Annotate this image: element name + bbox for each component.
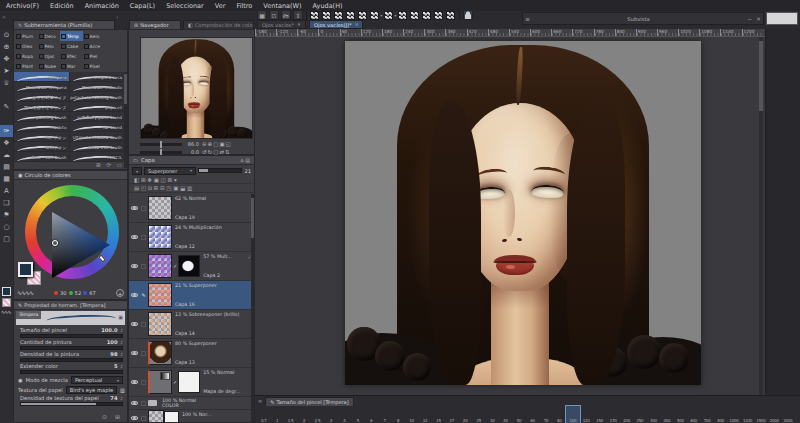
brush-preset[interactable]: Témpera (14, 72, 70, 82)
layer-row[interactable]: ✎ ✓ 100 % Nor... ⤢ (129, 410, 254, 422)
swatch-black[interactable] (434, 11, 443, 20)
visibility-eye-icon[interactable] (131, 235, 138, 239)
radio-icon[interactable]: ◉ (18, 377, 23, 383)
brush-size-option[interactable]: 120 (580, 406, 593, 423)
brush-size-option[interactable]: 700 (700, 406, 713, 423)
canvas-vertical-scrollbar[interactable] (759, 37, 763, 395)
menu-item[interactable]: Ver (215, 2, 226, 10)
layer-command-icons[interactable]: ▤ ◰ ⧉ ⊞ ⊟ ◳ ▣ ⬓ ▥ (129, 184, 254, 193)
slider-track[interactable] (20, 370, 123, 374)
layer-row[interactable]: ✎ ✓ 15 % Normal Mapa de degr... ⤢ (129, 368, 254, 397)
layer-mask-thumbnail[interactable] (164, 411, 179, 423)
brush-size-option[interactable]: 10 (405, 406, 418, 423)
brush-preset[interactable]: Mezclador témpera (14, 82, 70, 92)
brush-size-option[interactable]: 1 (270, 406, 283, 423)
layer-row[interactable]: ✎ ✓ 100 % Normal COLOR ⤢ (129, 397, 254, 410)
collapse-left2-icon[interactable]: ‹ (116, 13, 120, 20)
brush-tool-icon[interactable]: ✑ (0, 125, 13, 137)
close-tab-icon[interactable]: ✕ (297, 22, 301, 27)
layer-type-icon[interactable]: ▾ (132, 167, 142, 175)
layer-row[interactable]: ✎ ✓ 80 % Superponer Capa 13 ⤢ (129, 339, 254, 368)
layers-header-icons[interactable]: ⌂ ▤ (241, 157, 251, 163)
brush-size-option[interactable]: 6 (365, 406, 378, 423)
layer-checkbox[interactable] (141, 206, 146, 211)
spinner-icon[interactable]: ↕ (119, 352, 123, 357)
layer-checkbox[interactable] (141, 235, 146, 240)
decoration-chip[interactable] (0, 113, 13, 125)
subtool-footer-icons[interactable]: ⊞ ⟳ ▭ (96, 162, 124, 168)
sub-color-chip[interactable] (2, 298, 11, 307)
operation-tool-icon[interactable]: ▢ (0, 233, 13, 245)
brush-size-option[interactable]: 5 (351, 406, 364, 423)
move-tool-icon[interactable]: ✥ (0, 53, 13, 65)
spinner-icon[interactable]: ↕ (119, 340, 123, 345)
spinner-icon[interactable]: ↕ (119, 328, 123, 333)
pose-person-icon[interactable] (463, 10, 473, 20)
menu-item[interactable]: Ayuda(H) (313, 2, 343, 10)
brush-size-option[interactable]: 17 (445, 406, 458, 423)
figure-tool-icon[interactable]: ⚑ (0, 209, 13, 221)
swatch-muted-1[interactable] (334, 11, 343, 20)
workspace-grid-icon[interactable]: ▦ (257, 10, 267, 20)
paper-texture-select[interactable]: Bird's eye maple (66, 386, 117, 394)
navigator-thumbnail[interactable] (140, 37, 253, 139)
slider-track[interactable] (20, 346, 123, 350)
layer-checkbox[interactable] (141, 380, 146, 385)
rotate-slider[interactable] (140, 151, 182, 154)
visibility-eye-icon[interactable] (131, 293, 138, 297)
pen-tool-icon[interactable]: ✎ (0, 101, 13, 113)
brush-size-option[interactable]: 800 (714, 406, 727, 423)
sv-cursor[interactable] (52, 240, 58, 246)
visibility-eye-icon[interactable] (131, 401, 138, 405)
layer-row[interactable]: ✎ ✓ 13 % Sobreexponer (brillo) Capa 14 ⤢ (129, 310, 254, 339)
layer-mask-thumbnail[interactable] (178, 255, 200, 277)
canvas-tab[interactable]: Ojos vacíos* ✕ (257, 20, 306, 29)
brush-preset[interactable]: Dilab's oil brush (70, 142, 126, 152)
swatch-frame[interactable] (358, 11, 367, 20)
menu-item[interactable]: Archivo(F) (6, 2, 39, 10)
subtool-category[interactable]: Plum (15, 31, 38, 41)
object-select-icon[interactable]: ➤ (0, 65, 13, 77)
brush-size-option[interactable]: 8 (391, 406, 404, 423)
menu-item[interactable]: Animación (85, 2, 119, 10)
brush-preset[interactable]: Flashito (14, 122, 70, 132)
opacity-slider[interactable] (198, 168, 242, 173)
brush-size-option[interactable]: 150 (593, 406, 606, 423)
brush-preset[interactable]: 丸いブラシ (14, 132, 70, 142)
new-document-icon[interactable]: 🗋 (269, 10, 279, 20)
transparent-color-icon[interactable]: ∿∿∿ (1, 309, 11, 315)
layer-checkbox[interactable] (141, 264, 146, 269)
subtool-category[interactable]: Pelo (38, 41, 61, 51)
subtool-category[interactable]: Témp (60, 31, 83, 41)
layer-thumbnail[interactable] (148, 410, 164, 422)
slider-track[interactable] (20, 334, 123, 338)
swatch-purple[interactable] (410, 11, 419, 20)
menu-item[interactable]: Ventana(W) (263, 2, 301, 10)
brush-preset[interactable]: 混色ブラシ (14, 142, 70, 152)
layer-row[interactable]: ✎ ✓ 57 % Mult... Capa 2 ⤢ (129, 252, 254, 281)
tab-navigator[interactable]: ⊞ Navegador (129, 20, 181, 29)
transparent-color-icon[interactable]: ∿∿∿∿ (17, 289, 33, 296)
subtool-category[interactable]: Ojos (38, 51, 61, 61)
lasso-tool-icon[interactable]: ♕ (0, 77, 13, 89)
spinner-icon[interactable]: ↕ (119, 364, 123, 369)
layer-thumbnail[interactable] (148, 312, 172, 336)
layer-thumbnail[interactable] (148, 196, 172, 220)
open-folder-icon[interactable]: 🗁 (281, 10, 291, 20)
brush-preset[interactable]: Óleo—Soft Brush (14, 152, 70, 162)
blend-mode-select[interactable]: Superponer ▾ (144, 167, 196, 175)
layer-checkbox[interactable] (141, 416, 146, 421)
brush-size-option[interactable]: 300 (647, 406, 660, 423)
rotate-view-icon[interactable]: ⊕ (0, 41, 13, 53)
brush-preset[interactable]: PENCIL (70, 152, 126, 162)
color-wheel-header[interactable]: ◉ Círculo de colores (14, 171, 127, 180)
zoom-buttons[interactable]: ⊖⊕▢▣◱ (202, 141, 232, 147)
tool-property-header[interactable]: ✎ Propiedad de herram. [Témpera] (14, 301, 127, 310)
brush-size-option[interactable]: 1200 (741, 406, 754, 423)
layer-thumbnail[interactable] (148, 341, 172, 365)
layer-row[interactable]: ✎ ✓ 21 % Superponer Capa 16 ⤢ (129, 281, 254, 310)
slider-track[interactable] (20, 358, 123, 362)
brush-size-option[interactable]: 2.5 (311, 406, 324, 423)
layer-thumbnail[interactable] (148, 370, 172, 394)
swatch-muted-2[interactable] (346, 11, 355, 20)
